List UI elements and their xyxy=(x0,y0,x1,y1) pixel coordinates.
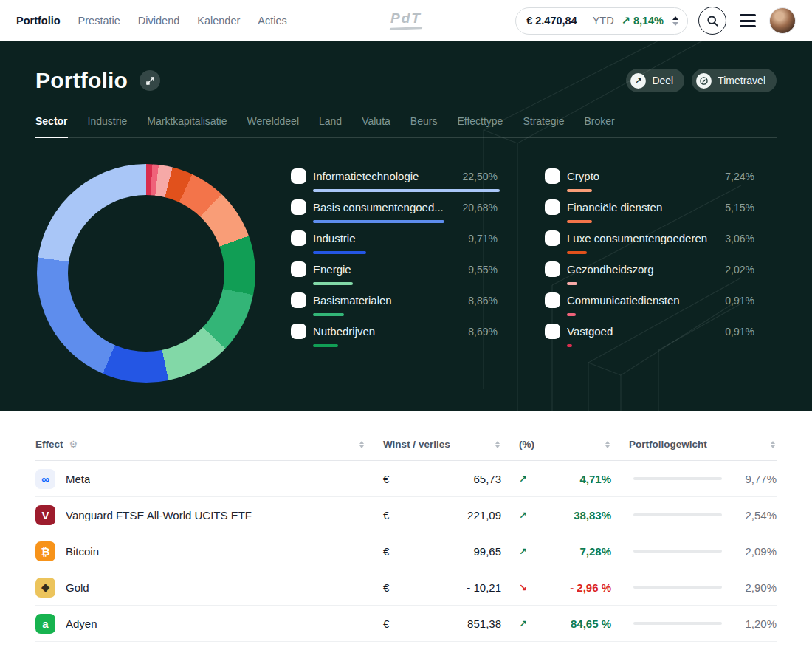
legend-item-vastgoed[interactable]: Vastgoed 0,91% xyxy=(545,324,754,355)
gold-logo-icon: ◆ xyxy=(35,578,55,598)
table-row-bitcoin[interactable]: ₿ Bitcoin € 99,65 ↗ 7,28% 2,09% xyxy=(35,533,777,569)
legend-label: Vastgoed xyxy=(567,325,613,338)
column-header-weight[interactable]: Portfoliogewicht xyxy=(629,439,777,450)
legend-item-basismaterialen[interactable]: Basismaterialen 8,86% xyxy=(291,292,498,324)
menu-button[interactable] xyxy=(737,11,759,30)
legend-item-gezondheidszorg[interactable]: Gezondheidszorg 2,02% xyxy=(545,261,754,292)
legend-color-bar xyxy=(567,344,572,347)
legend-item-nutbedrijven[interactable]: Nutbedrijven 8,69% xyxy=(291,324,498,355)
page-title: Portfolio xyxy=(35,68,128,93)
legend-checkbox[interactable] xyxy=(291,199,306,215)
profit-percentage: 84,65 % xyxy=(571,618,611,630)
legend-checkbox[interactable] xyxy=(545,292,560,308)
legend-color-bar xyxy=(567,251,587,254)
legend-item-energie[interactable]: Energie 9,55% xyxy=(291,261,498,292)
donut-hole xyxy=(68,195,224,352)
share-button[interactable]: ↗ Deel xyxy=(626,69,684,92)
logo[interactable]: PdT xyxy=(390,10,422,30)
tab-industrie[interactable]: Industrie xyxy=(88,115,128,138)
expand-icon xyxy=(145,76,155,86)
legend-label: Energie xyxy=(313,263,351,276)
asset-name: Gold xyxy=(66,581,89,594)
nav-item-kalender[interactable]: Kalender xyxy=(197,15,240,27)
legend-checkbox[interactable] xyxy=(545,168,560,184)
currency-symbol: € xyxy=(383,618,389,630)
legend-checkbox[interactable] xyxy=(545,199,560,215)
table-row-gold[interactable]: ◆ Gold € - 10,21 ↘ - 2,96 % 2,90% xyxy=(35,569,777,606)
tab-marktkapitalisatie[interactable]: Marktkapitalisatie xyxy=(147,115,227,138)
table-row-adyen[interactable]: a Adyen € 851,38 ↗ 84,65 % 1,20% xyxy=(35,606,777,642)
legend-percentage: 0,91% xyxy=(725,326,754,338)
profit-value: 221,09 xyxy=(467,509,501,521)
expand-button[interactable] xyxy=(140,70,160,91)
tab-strategie[interactable]: Strategie xyxy=(523,115,564,138)
legend-color-bar xyxy=(313,220,444,223)
legend-percentage: 9,55% xyxy=(468,264,498,276)
sector-chart-section: Informatietechnologie 22,50% Basis consu… xyxy=(35,163,777,383)
legend-item-industrie[interactable]: Industrie 9,71% xyxy=(291,230,498,261)
search-button[interactable] xyxy=(698,7,726,35)
sector-legend: Informatietechnologie 22,50% Basis consu… xyxy=(291,163,754,383)
tab-werelddeel[interactable]: Werelddeel xyxy=(247,115,299,138)
legend-checkbox[interactable] xyxy=(545,324,560,339)
legend-checkbox[interactable] xyxy=(545,230,560,246)
nav-item-acties[interactable]: Acties xyxy=(258,15,287,27)
legend-label: Communicatiediensten xyxy=(567,294,680,307)
stepper-up-icon[interactable] xyxy=(672,16,678,20)
legend-checkbox[interactable] xyxy=(291,168,306,184)
sort-icon[interactable] xyxy=(358,439,365,450)
table-row-meta[interactable]: ∞ Meta € 65,73 ↗ 4,71% 9,77% xyxy=(35,461,777,497)
table-row-vanguard-ftse-all-world-ucits-etf[interactable]: V Vanguard FTSE All-World UCITS ETF € 22… xyxy=(35,497,777,533)
gear-icon[interactable]: ⚙ xyxy=(69,439,78,450)
legend-item-informatietechnologie[interactable]: Informatietechnologie 22,50% xyxy=(291,168,498,199)
legend-checkbox[interactable] xyxy=(545,261,560,277)
column-header-pct[interactable]: (%) xyxy=(519,439,611,450)
profit-percentage: 4,71% xyxy=(579,473,611,485)
timetravel-button[interactable]: Timetravel xyxy=(692,69,777,92)
legend-percentage: 2,02% xyxy=(725,264,754,276)
legend-color-bar xyxy=(567,282,577,285)
legend-color-bar xyxy=(313,282,353,285)
stepper-down-icon[interactable] xyxy=(672,22,678,26)
legend-color-bar xyxy=(567,189,592,192)
tab-effecttype[interactable]: Effecttype xyxy=(457,115,503,138)
nav-item-portfolio[interactable]: Portfolio xyxy=(16,15,61,27)
portfolio-value-pill[interactable]: € 2.470,84 YTD ↗ 8,14% xyxy=(515,7,688,35)
legend-color-bar xyxy=(567,220,592,223)
legend-checkbox[interactable] xyxy=(291,230,306,246)
legend-checkbox[interactable] xyxy=(291,292,306,308)
profit-percentage: 38,83% xyxy=(574,509,611,521)
avatar[interactable] xyxy=(769,7,796,34)
legend-percentage: 7,24% xyxy=(725,171,754,182)
tab-valuta[interactable]: Valuta xyxy=(362,115,390,138)
profit-percentage: 7,28% xyxy=(579,545,611,558)
column-header-winst[interactable]: Winst / verlies xyxy=(383,439,501,450)
legend-checkbox[interactable] xyxy=(291,261,306,277)
tab-broker[interactable]: Broker xyxy=(584,115,614,138)
sort-icon[interactable] xyxy=(769,439,777,450)
sort-icon[interactable] xyxy=(494,439,501,450)
legend-checkbox[interactable] xyxy=(291,324,306,339)
tab-beurs[interactable]: Beurs xyxy=(410,115,438,138)
sort-icon[interactable] xyxy=(604,439,611,450)
tab-land[interactable]: Land xyxy=(319,115,342,138)
legend-item-basis-consumentengoed[interactable]: Basis consumentengoed... 20,68% xyxy=(291,199,498,230)
legend-item-financi-le-diensten[interactable]: Financiële diensten 5,15% xyxy=(545,199,754,230)
legend-percentage: 22,50% xyxy=(463,171,498,182)
table-body: ∞ Meta € 65,73 ↗ 4,71% 9,77% V Vanguard … xyxy=(35,461,777,642)
column-header-effect[interactable]: Effect ⚙ xyxy=(35,439,365,450)
weight-percentage: 2,09% xyxy=(734,545,777,558)
legend-color-bar xyxy=(567,313,576,316)
tab-sector[interactable]: Sector xyxy=(35,115,68,138)
weight-bar xyxy=(633,550,722,553)
legend-item-luxe-consumentengoederen[interactable]: Luxe consumentengoederen 3,06% xyxy=(545,230,754,261)
asset-name: Vanguard FTSE All-World UCITS ETF xyxy=(66,509,252,521)
period-stepper[interactable] xyxy=(671,13,680,29)
nav-item-dividend[interactable]: Dividend xyxy=(138,15,179,27)
nav-item-prestatie[interactable]: Prestatie xyxy=(78,15,120,27)
weight-percentage: 9,77% xyxy=(734,473,777,485)
legend-item-crypto[interactable]: Crypto 7,24% xyxy=(545,168,754,199)
compass-icon xyxy=(696,73,712,89)
trend-up-icon: ↗ xyxy=(622,15,630,27)
legend-item-communicatiediensten[interactable]: Communicatiediensten 0,91% xyxy=(545,292,754,324)
